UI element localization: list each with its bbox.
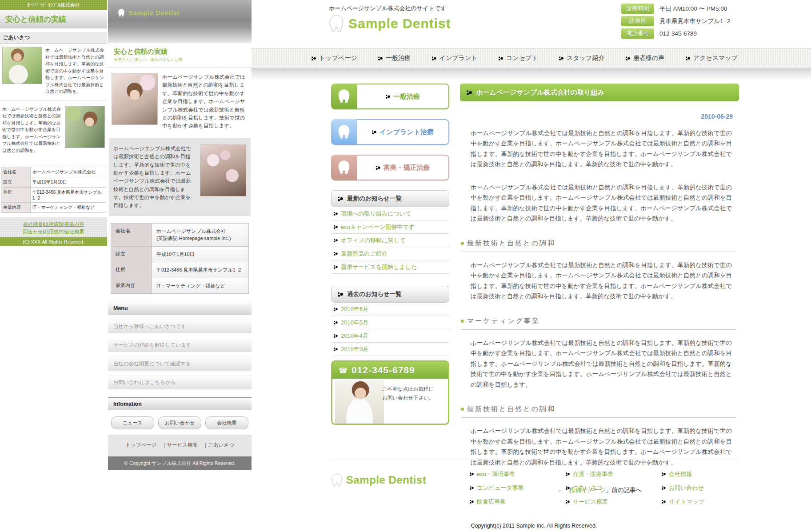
mini2-photo-cherry <box>200 144 246 196</box>
company-name: ホームページサンプル株式会社 <box>156 228 244 235</box>
dots-icon <box>333 238 338 243</box>
footer-link-service[interactable]: サービス概要 <box>565 498 661 506</box>
phone-banner: ☎ 012-345-6789 <box>332 362 448 379</box>
news-label: 最新商品のご紹介 <box>341 250 388 258</box>
footer-link-label: 会社情報 <box>669 470 692 478</box>
mini2-intro-block-2: ホームページサンプル株式会社では最新技術と自然との調和を目指します。革新的な技術… <box>109 138 251 216</box>
nav-label: 患者様の声 <box>633 54 664 62</box>
tooth-icon <box>331 84 357 109</box>
article-title: ホームページサンプル株式会社の取り組み <box>476 88 604 97</box>
treatment-cosmetic-button[interactable]: 審美・矯正治療 <box>331 155 449 180</box>
mini1-link-company-2[interactable]: 会社概要 <box>65 229 84 234</box>
table-row: 設立平成10年1月10日 <box>111 246 249 262</box>
treatment-label: 一般治療 <box>393 92 420 101</box>
nav-implant[interactable]: インプラント <box>431 54 478 62</box>
site-logo[interactable]: Sample Dentist <box>327 13 451 34</box>
mini2-footer-links[interactable]: トップページ ｜サービス概要 ｜ごあいさつ <box>108 435 252 456</box>
footer-link-greeting[interactable]: ごあいさつ <box>565 484 661 492</box>
row-label: 住所 <box>111 262 152 278</box>
mini2-menu-item-company[interactable]: 当社の会社概要について確認する <box>108 356 252 371</box>
mini2-catch-title: 安心と信頼の実績 <box>114 48 252 56</box>
archive-link-mar[interactable]: 2010年3月 <box>331 343 449 356</box>
news-link-office[interactable]: オフィスの移転に関して <box>331 234 449 247</box>
nav-top[interactable]: トップページ <box>311 54 357 62</box>
news-link-product[interactable]: 最新商品のご紹介 <box>331 247 449 260</box>
news-link-eco[interactable]: 環境への取り組みについて <box>331 207 449 220</box>
footer-link-eco[interactable]: eco・環境事業 <box>469 470 565 478</box>
mini2-photo-woman <box>112 73 158 125</box>
nav-label: インプラント <box>439 54 478 62</box>
news-label: ecoキャンペーン開催中です <box>341 223 415 231</box>
mini2-news-button[interactable]: ニュース <box>111 416 154 429</box>
nav-label: コンセプト <box>506 54 538 62</box>
mini2-footer-links-text[interactable]: トップページ ｜サービス概要 ｜ごあいさつ <box>125 442 234 448</box>
dots-icon <box>565 486 570 490</box>
footer-link-contact[interactable]: お問い合わせ <box>661 484 757 492</box>
footer-link-column-2: 介護・医療事業 ごあいさつ サービス概要 <box>565 470 661 512</box>
row-value: ホームページサンプル株式会社(英語表記 Homepage sample Inc.… <box>152 223 249 246</box>
row-value: 平成10年1月10日 <box>152 246 249 262</box>
phone-badge: 電話番号 <box>621 28 654 39</box>
mini1-link-terms[interactable]: 利用規約 <box>44 229 64 234</box>
table-row: 住所〒012-3456 見本県見本市サンプル1−2 <box>1 188 106 203</box>
archive-link-jun[interactable]: 2010年6月 <box>331 303 449 316</box>
section-heading: 最新技術と自然との調和 <box>461 405 739 413</box>
footer-link-company[interactable]: 会社情報 <box>661 470 757 478</box>
mini2-menu-item-contact[interactable]: お問い合わせはこちらから <box>108 375 252 389</box>
nav-access[interactable]: アクセスマップ <box>685 54 738 62</box>
footer-link-computer[interactable]: コンピュータ事業 <box>469 484 565 492</box>
mini2-catch-subtitle: 患者さんに優しい、痛みの少ない治療 <box>114 57 252 63</box>
nav-shadow <box>252 68 811 80</box>
footer-link-label: 介護・医療事業 <box>573 470 613 478</box>
mini2-header-gradient <box>108 25 252 43</box>
footer-link-restaurant[interactable]: 飲食店事業 <box>469 498 565 506</box>
mini2-button-row: ニュース お問い合わせ 会社概要 <box>108 410 252 435</box>
mini2-contact-button[interactable]: お問い合わせ <box>158 416 201 429</box>
mini1-link-business[interactable]: 事業内容 <box>64 221 84 227</box>
row-label: 事業内容 <box>1 203 31 213</box>
footer-link-label: eco・環境事業 <box>477 470 515 478</box>
mini1-link-tech[interactable]: 技術情報 <box>44 221 64 227</box>
news-link-campaign[interactable]: ecoキャンペーン開催中です <box>331 220 449 234</box>
dots-icon <box>661 486 666 490</box>
dots-icon <box>498 56 503 61</box>
article-date: 2010-06-29 <box>460 113 739 120</box>
archive-link-may[interactable]: 2010年5月 <box>331 316 449 329</box>
footer-logo[interactable]: Sample Dentist <box>330 472 426 488</box>
tooth-icon <box>327 13 346 34</box>
row-label: 事業内容 <box>111 278 152 294</box>
news-label: オフィスの移転に関して <box>341 236 405 244</box>
mini1-intro-text-2: ホームページサンプル株式会社では最新技術と自然との調和を目指します。革新的な技術… <box>2 106 62 154</box>
news-list-title: 最新のお知らせ一覧 <box>347 195 402 203</box>
mini1-photo-woman-2 <box>65 106 105 148</box>
mini2-menu-item-service[interactable]: サービスの詳細を解説しています <box>108 338 252 352</box>
mini2-menu-item-greeting[interactable]: 当社から皆様へごあいさつです <box>108 319 252 333</box>
nav-concept[interactable]: コンセプト <box>498 54 538 62</box>
mini-site-1: ﾎｰﾑﾍﾟｰｼﾞ ｻﾝﾌﾟﾙ株式会社 安心と信頼の実績 ごあいさつ ホームページ… <box>0 0 107 246</box>
footer-link-label: ごあいさつ <box>573 484 603 492</box>
footer-link-sitemap[interactable]: サイトマップ <box>661 498 757 506</box>
dots-icon <box>311 56 316 61</box>
article-paragraph: ホームページサンプル株式会社では最新技術と自然との調和を目指します。革新的な技術… <box>471 426 732 468</box>
row-value: IT・マーケティング・福祉など <box>152 278 249 294</box>
site-logo-text: Sample Dentist <box>348 16 451 31</box>
news-label: 環境への取り組みについて <box>341 210 411 218</box>
nav-voices[interactable]: 患者様の声 <box>625 54 664 62</box>
main-sidebar: 一般治療 インプラント治療 審美・矯正治療 最新のお知らせ一覧 環境への取り組み… <box>331 84 449 425</box>
treatment-implant-button[interactable]: インプラント治療 <box>331 119 449 145</box>
nav-staff[interactable]: スタッフ紹介 <box>559 54 604 62</box>
mini1-link-company[interactable]: 会社概要 <box>23 221 43 227</box>
footer-link-care[interactable]: 介護・医療事業 <box>565 470 661 478</box>
mini1-link-contact[interactable]: 問合わせ <box>23 229 43 234</box>
news-link-service[interactable]: 新規サービスを開始しました <box>331 260 449 274</box>
clinic-hours-row: 診療時間 平日 AM10:00 〜 PM5:00 <box>621 4 730 14</box>
mini2-intro-block-1: ホームページサンプル株式会社では最新技術と自然との調和を目指します。革新的な技術… <box>108 68 252 136</box>
dots-icon <box>333 225 338 229</box>
divider <box>461 417 736 418</box>
main-footer: Sample Dentist eco・環境事業 コンピュータ事業 飲食店事業 介… <box>329 467 739 532</box>
mini2-company-button[interactable]: 会社概要 <box>205 416 248 429</box>
dots-icon <box>469 472 474 476</box>
archive-link-apr[interactable]: 2010年4月 <box>331 329 449 343</box>
treatment-general-button[interactable]: 一般治療 <box>331 84 449 109</box>
nav-general[interactable]: 一般治療 <box>378 54 411 62</box>
